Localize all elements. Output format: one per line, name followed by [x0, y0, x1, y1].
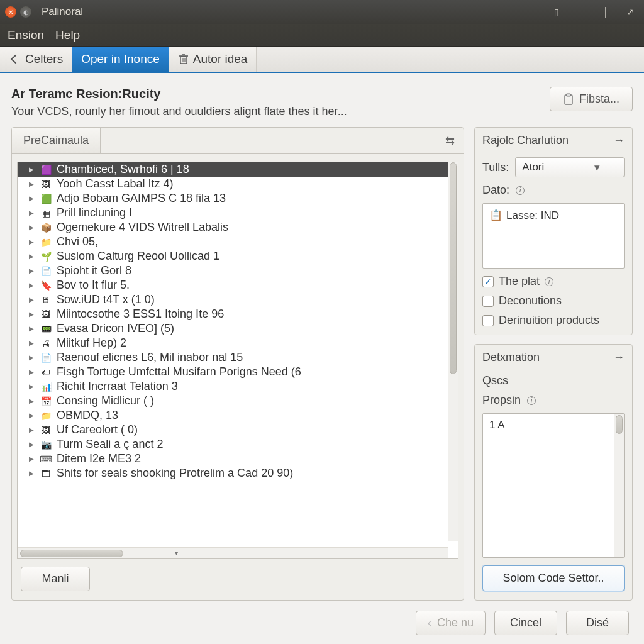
maximize-icon[interactable]: │ [603, 7, 609, 17]
chevron-down-icon: ▾ [570, 161, 624, 174]
menubar: Ension Help [0, 24, 644, 47]
tree-row[interactable]: ▶🌱Suslom Calturg Reool Uollicad 1 [18, 249, 448, 264]
tree-row[interactable]: ▶📷Turm Seali a ç anct 2 [18, 437, 448, 452]
celters-label: Celters [25, 52, 63, 66]
disclosure-icon: ▶ [29, 383, 35, 390]
tree-row[interactable]: ▶📦Ogemekure 4 VIDS Witrell Labalis [18, 220, 448, 235]
content: Ar Teramc Resion:Rucity Your VCDS, rounl… [0, 73, 644, 644]
disclosure-icon: ▶ [29, 195, 35, 202]
toolbar: Celters Oper in Inonce Autor idea [0, 47, 644, 73]
tree-row[interactable]: ▶📁OBMDQ, 13 [18, 408, 448, 423]
chk-the-plat[interactable]: ✓ The plat i [482, 275, 625, 288]
tree-row[interactable]: ▶📁Chvi 05, [18, 235, 448, 249]
tree-row[interactable]: ▶🖼Uf Careolort ( 0) [18, 423, 448, 437]
tree-row[interactable]: ▶🔖Bov to It flur 5. [18, 278, 448, 292]
detxmation-textarea[interactable]: 1 A [482, 413, 625, 558]
arrow-right-icon[interactable]: → [613, 351, 625, 364]
tree-row[interactable]: ▶📅Consing Midlicur ( ) [18, 394, 448, 408]
menu-ension[interactable]: Ension [8, 28, 44, 42]
dialog-footer: ‹ Che nu Cincel Disé [11, 609, 633, 635]
tree-row[interactable]: ▶⌨Ditem I2e ME3 2 [18, 452, 448, 466]
solom-code-settor-button[interactable]: Solom Code Settor.. [482, 565, 625, 591]
info-icon[interactable]: i [516, 186, 525, 195]
autor-idea-button[interactable]: Autor idea [169, 47, 257, 72]
left-panel-header: PreCaimaula ⇆ [12, 128, 464, 154]
window-title: Palinoral [42, 6, 83, 18]
trash-icon [178, 53, 189, 65]
disclosure-icon: ▶ [29, 470, 35, 477]
tree-row-label: Suslom Calturg Reool Uollicad 1 [57, 250, 219, 263]
disclosure-icon: ▶ [29, 253, 35, 260]
scrollbar-vertical[interactable] [448, 162, 458, 541]
tree-row-label: Prill lincluning I [57, 206, 132, 219]
tree-row-label: Chvi 05, [57, 235, 98, 248]
disclosure-icon: ▶ [29, 412, 35, 419]
img-photo-icon: 🖼 [40, 309, 52, 319]
fibsta-label: Fibsta... [579, 92, 619, 106]
che-button[interactable]: ‹ Che nu [416, 611, 486, 635]
open-in-inonce-label: Oper in Inonce [81, 52, 160, 66]
chevron-left-icon: ‹ [428, 616, 431, 629]
calendar-icon: 📅 [40, 396, 52, 406]
checkbox-icon [482, 296, 494, 307]
info-icon[interactable]: i [527, 396, 536, 405]
scrollbar-horizontal[interactable]: ▾ [18, 547, 448, 558]
img-photo-icon: 🖼 [40, 425, 52, 435]
tulls-label: Tulls: [482, 161, 509, 174]
dise-button[interactable]: Disé [566, 611, 629, 635]
devices-icon[interactable]: ▯ [554, 7, 559, 17]
lasse-value: Lasse: IND [506, 209, 559, 222]
badge-icon: 🏷 [40, 367, 52, 377]
disclosure-icon: ▶ [29, 180, 35, 187]
tree-row[interactable]: ▶🏷Fisgh Tortuge Umfcttal Musifarn Porign… [18, 365, 448, 379]
tree-row[interactable]: ▶▦Prill lincluning I [18, 206, 448, 220]
open-in-inonce-button[interactable]: Oper in Inonce [72, 47, 169, 72]
scrollbar-vertical[interactable] [614, 414, 624, 557]
cincel-button[interactable]: Cincel [494, 611, 557, 635]
tree-row-label: Chambiced, Swrhofi 6 | 18 [57, 163, 189, 176]
tree-row-label: Sow.iUD t4T x (1 0) [57, 293, 155, 306]
tree-row[interactable]: ▶🖨Miitkuf Hep) 2 [18, 336, 448, 350]
disclosure-icon: ▶ [29, 397, 35, 404]
disclosure-icon: ▶ [29, 455, 35, 462]
disclosure-icon: ▶ [29, 325, 35, 332]
chk-derinuition[interactable]: Derinuition products [482, 314, 625, 327]
tulls-select[interactable]: Atori ▾ [515, 157, 625, 177]
tree-row-label: OBMDQ, 13 [57, 409, 118, 422]
file-icon: 📋 [489, 209, 502, 222]
back-button[interactable]: Celters [0, 47, 72, 72]
manli-button[interactable]: Manli [21, 567, 90, 591]
tree-row[interactable]: ▶🟪Chambiced, Swrhofi 6 | 18 [18, 162, 448, 177]
tulls-value: Atori [516, 161, 569, 174]
window-menu-icon[interactable]: ◐ [20, 6, 31, 18]
arrow-right-icon[interactable]: → [613, 134, 625, 147]
fibsta-button[interactable]: Fibsta... [550, 87, 633, 111]
tree-row[interactable]: ▶📄Raenouf elicnes L6, Mil inabor nal 15 [18, 350, 448, 365]
tab-precaimaula[interactable]: PreCaimaula [12, 128, 101, 153]
expand-icon[interactable]: ⤢ [626, 7, 634, 17]
tree-row[interactable]: ▶🖼Miintocsothe 3 ESS1 Itoing Ite 96 [18, 307, 448, 321]
autor-idea-label: Autor idea [193, 52, 248, 66]
window-controls: ▯ — │ ⤢ [554, 7, 639, 17]
menu-help[interactable]: Help [55, 28, 80, 42]
dato-label: Dato: [482, 184, 509, 197]
tree-row[interactable]: ▶📊Richit Incrraat Telation 3 [18, 379, 448, 394]
tree-row[interactable]: ▶🟩Adjo Bobam GAIMPS C 18 fila 13 [18, 191, 448, 206]
svg-rect-2 [567, 94, 570, 96]
chk-deconutions[interactable]: Deconutions [482, 294, 625, 308]
info-icon[interactable]: i [545, 277, 553, 286]
tree-row[interactable]: ▶🖥Sow.iUD t4T x (1 0) [18, 292, 448, 307]
tree-row[interactable]: ▶📟Evasa Dricon IVEO] (5) [18, 321, 448, 336]
swap-icon[interactable]: ⇆ [436, 129, 464, 153]
close-icon[interactable]: ✕ [5, 6, 16, 18]
tree-row[interactable]: ▶🖼Yooh Casst Labal Itz 4) [18, 177, 448, 191]
tree-row[interactable]: ▶📄Spioht it Gorl 8 [18, 264, 448, 278]
disclosure-icon: ▶ [29, 354, 35, 361]
tree-row-label: Bov to It flur 5. [57, 279, 130, 292]
tree-row-label: Miitkuf Hep) 2 [57, 336, 126, 350]
disclosure-icon: ▶ [29, 441, 35, 448]
tree-row[interactable]: ▶🗔Shits for seals shooking Protrelim a C… [18, 466, 448, 480]
disclosure-icon: ▶ [29, 311, 35, 318]
tag-red-icon: 🔖 [40, 280, 52, 291]
minimize-icon[interactable]: — [577, 7, 586, 17]
